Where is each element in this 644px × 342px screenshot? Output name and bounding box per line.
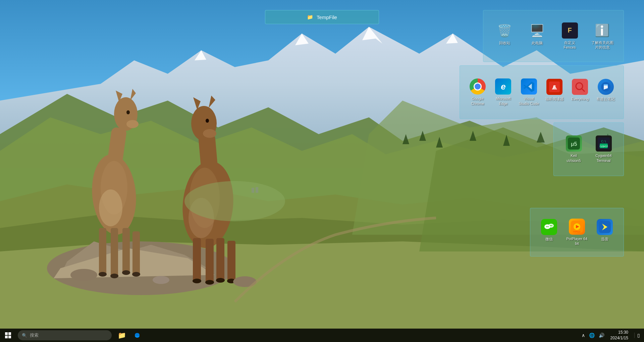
svg-rect-92 <box>8 336 11 338</box>
system-tray: ∧ 🌐 🔊 15:30 2024/1/15 ▯ <box>578 329 644 342</box>
recycle-bin-icon[interactable]: 🗑️ 回收站 <box>491 23 518 50</box>
cygwin-label: Cygwin64Terminal <box>595 153 611 163</box>
foxit-label: 福昕阅读器 <box>545 97 564 101</box>
svg-text:μ5: μ5 <box>571 141 577 147</box>
start-button[interactable] <box>0 329 16 342</box>
xunlei-icon-img <box>597 219 613 235</box>
svg-point-81 <box>550 225 551 226</box>
fence-system-icons: 🗑️ 回收站 🖥️ 此电脑 F 自定义Fences ℹ️ 了解有关此图片的信息 <box>483 10 624 62</box>
search-icon: 🔍 <box>22 333 27 338</box>
clock-date: 2024/1/15 <box>610 335 628 341</box>
wechat-label: 微信 <box>545 237 553 241</box>
svg-point-17 <box>126 120 139 128</box>
taskbar-pinned-icons: 📁 <box>114 329 145 342</box>
svg-point-37 <box>206 119 209 123</box>
svg-point-20 <box>126 110 130 114</box>
svg-point-44 <box>216 278 225 283</box>
search-placeholder: 搜索 <box>30 332 39 338</box>
potplayer-icon-img: PotPlayer <box>569 219 585 235</box>
keil-uvision-icon[interactable]: μ5 KeiluVision5 <box>560 135 587 163</box>
tray-network[interactable]: 🌐 <box>588 333 596 338</box>
svg-point-30 <box>99 189 122 226</box>
search-bar[interactable]: 🔍 搜索 <box>18 330 112 340</box>
xunlei-label: 迅雷 <box>601 237 608 241</box>
tempfile-label: TempFile <box>317 14 337 20</box>
fences-label: 自定义Fences <box>564 40 576 50</box>
chrome-icon-img <box>470 78 486 95</box>
youdao-label: 有道云笔记 <box>596 97 615 101</box>
svg-point-79 <box>546 226 547 227</box>
tempfile-folder-bar[interactable]: 📁 TempFile <box>265 10 379 24</box>
google-chrome-label: GoogleChrome <box>471 96 484 106</box>
svg-rect-24 <box>132 231 140 275</box>
fences-icon[interactable]: F 自定义Fences <box>556 22 583 50</box>
svg-point-42 <box>193 279 201 283</box>
keil-label: KeiluVision5 <box>567 153 581 163</box>
wechat-icon-img <box>541 219 557 235</box>
everything-icon-img <box>572 79 588 95</box>
svg-rect-23 <box>122 228 130 273</box>
this-computer-icon[interactable]: 🖥️ 此电脑 <box>524 23 551 50</box>
fence-dev-icons: μ5 KeiluVision5 C:\ cygwin Cygwin64Termi… <box>553 122 624 176</box>
tray-volume[interactable]: 🔊 <box>597 333 606 338</box>
svg-point-34 <box>203 129 216 138</box>
potplayer-icon[interactable]: PotPlayer PotPlayer 64bit <box>564 219 590 246</box>
svg-rect-91 <box>5 336 8 338</box>
svg-rect-21 <box>99 228 106 275</box>
svg-point-80 <box>548 226 549 227</box>
clock-time: 15:30 <box>610 330 628 335</box>
fence-app-icons: GoogleChrome e MicrosoftEdge VisualStudi… <box>460 65 624 119</box>
svg-point-82 <box>551 225 552 226</box>
svg-point-78 <box>548 224 554 228</box>
edge-icon-img: e <box>495 78 511 95</box>
svg-point-50 <box>153 276 169 284</box>
svg-rect-40 <box>216 238 224 281</box>
svg-rect-22 <box>111 228 118 277</box>
xunlei-icon[interactable]: 迅雷 <box>591 219 618 246</box>
svg-point-28 <box>132 272 140 277</box>
svg-text:cygwin: cygwin <box>599 145 608 148</box>
cygwin64-icon[interactable]: C:\ cygwin Cygwin64Terminal <box>590 135 617 163</box>
fence-media-icons: 微信 PotPlayer PotPlayer 64bit 迅雷 <box>530 208 624 256</box>
svg-point-26 <box>110 274 118 278</box>
svg-rect-38 <box>193 238 201 282</box>
potplayer-label: PotPlayer 64bit <box>566 236 587 246</box>
svg-rect-41 <box>227 241 235 282</box>
recycle-bin-label: 回收站 <box>499 41 510 45</box>
svg-point-51 <box>184 181 285 221</box>
microsoft-edge-label: MicrosoftEdge <box>496 96 511 106</box>
svg-point-43 <box>205 280 214 285</box>
learn-wallpaper-label: 了解有关此图片的信息 <box>591 40 613 50</box>
svg-rect-39 <box>206 239 214 283</box>
youdao-icon-img <box>598 79 614 95</box>
svg-text:PotPlayer: PotPlayer <box>573 231 581 233</box>
cygwin-icon-img: C:\ cygwin <box>596 135 612 152</box>
svg-point-27 <box>122 270 130 275</box>
wechat-icon[interactable]: 微信 <box>536 219 562 246</box>
svg-rect-90 <box>8 332 11 335</box>
system-clock[interactable]: 15:30 2024/1/15 <box>607 330 632 341</box>
vscode-icon[interactable]: VisualStudio Code <box>516 78 542 106</box>
this-computer-label: 此电脑 <box>532 41 543 45</box>
svg-line-68 <box>582 89 585 92</box>
everything-label: Everything <box>571 97 589 101</box>
google-chrome-icon[interactable]: GoogleChrome <box>465 78 490 106</box>
taskbar-edge-icon[interactable] <box>130 329 145 342</box>
show-desktop-button[interactable]: ▯ <box>634 333 641 338</box>
keil-icon-img: μ5 <box>566 135 582 152</box>
svg-text:C:\: C:\ <box>601 140 606 143</box>
tray-arrow[interactable]: ∧ <box>580 333 586 338</box>
foxit-reader-icon[interactable]: F 福昕阅读器 <box>542 79 567 106</box>
folder-icon: 📁 <box>307 14 313 20</box>
learn-wallpaper-icon[interactable]: ℹ️ 了解有关此图片的信息 <box>589 22 616 50</box>
svg-point-48 <box>70 269 97 281</box>
youdao-note-icon[interactable]: 有道云笔记 <box>593 79 619 106</box>
microsoft-edge-icon[interactable]: e MicrosoftEdge <box>490 78 516 106</box>
svg-rect-62 <box>252 188 254 193</box>
everything-icon[interactable]: Everything <box>567 79 593 106</box>
vscode-icon-img <box>521 78 537 95</box>
svg-rect-63 <box>256 187 258 193</box>
svg-point-25 <box>99 272 107 277</box>
taskbar-explorer-icon[interactable]: 📁 <box>114 329 129 342</box>
taskbar: 🔍 搜索 📁 ∧ 🌐 🔊 15:30 2024/1/15 ▯ <box>0 329 644 342</box>
